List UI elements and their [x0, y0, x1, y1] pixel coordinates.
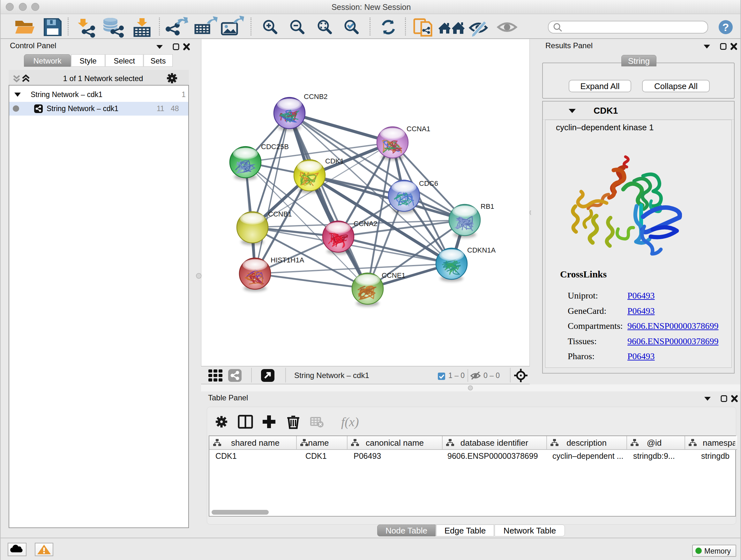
svg-text:name: name [308, 438, 329, 448]
svg-text:HIST1H1A: HIST1H1A [271, 256, 304, 264]
svg-text:namespace: namespace [703, 438, 735, 448]
svg-text:CDC25B: CDC25B [261, 143, 289, 151]
svg-text:?: ? [723, 21, 729, 33]
svg-text:CCNE1: CCNE1 [382, 271, 406, 279]
svg-text:CDK1: CDK1 [325, 157, 344, 165]
svg-text:shared name: shared name [231, 438, 280, 448]
svg-text:RB1: RB1 [481, 202, 494, 210]
svg-text:CCNB1: CCNB1 [268, 210, 292, 218]
svg-text:database identifier: database identifier [461, 438, 529, 448]
svg-text:CDC6: CDC6 [419, 179, 438, 187]
svg-text:@id: @id [647, 438, 662, 448]
svg-text:f(x): f(x) [341, 415, 359, 429]
svg-text:0 – 0: 0 – 0 [483, 371, 500, 380]
svg-text:1 – 0: 1 – 0 [448, 371, 465, 380]
svg-text:String Network – cdk1: String Network – cdk1 [294, 371, 369, 380]
svg-text:canonical name: canonical name [366, 438, 424, 448]
svg-text:CCNA1: CCNA1 [407, 125, 430, 133]
svg-text:description: description [566, 438, 607, 448]
svg-text:CDKN1A: CDKN1A [467, 246, 496, 254]
svg-text:1 of 1 Network selected: 1 of 1 Network selected [63, 74, 143, 83]
svg-text:CCNA2: CCNA2 [354, 220, 378, 228]
svg-text:CCNB2: CCNB2 [304, 92, 328, 101]
